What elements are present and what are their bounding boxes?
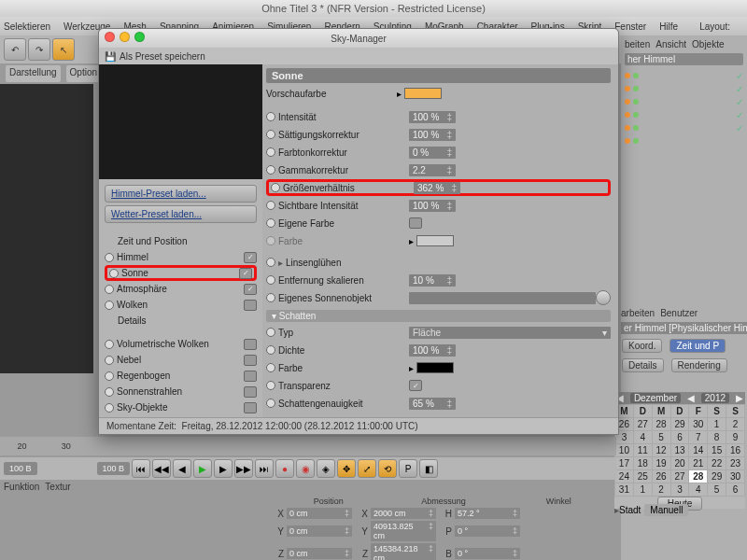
save-preset-icon[interactable]: 💾 (105, 51, 116, 62)
move-key-button[interactable]: ✥ (337, 459, 356, 478)
sun-color-swatch (416, 235, 454, 246)
preview-color-swatch[interactable] (404, 88, 442, 99)
next-year-button[interactable]: ▶ (736, 393, 743, 403)
sidebar-item-details[interactable]: Details (105, 313, 257, 329)
shadow-density-field[interactable]: 100 % (409, 344, 456, 357)
redo-button[interactable]: ↷ (28, 38, 50, 61)
step-back-button[interactable]: ◀◀ (152, 459, 171, 478)
sidebar-item-sunbeams[interactable]: Sonnenstrahlen (105, 384, 257, 399)
sidebar-item-fog[interactable]: Nebel (105, 352, 257, 368)
visible-intensity-field[interactable]: 100 % (409, 200, 456, 212)
intensity-field[interactable]: 100 % (409, 111, 456, 123)
end-frame-field[interactable]: 100 B (97, 462, 131, 475)
city-field[interactable]: Manuell (644, 504, 688, 516)
current-frame-field[interactable]: 100 B (4, 462, 37, 475)
hue-field[interactable]: 0 % (409, 147, 456, 159)
tab-darstellung[interactable]: Darstellung (6, 65, 61, 82)
tab[interactable]: Ansicht (655, 39, 686, 49)
menu-item[interactable]: Fenster (614, 21, 646, 32)
pick-object-button[interactable] (596, 290, 611, 305)
goto-end-button[interactable]: ⏭ (255, 459, 274, 478)
sidebar-item-rainbow[interactable]: Regenbogen (105, 368, 257, 384)
size-x[interactable]: 2000 cm (371, 508, 436, 519)
timeline[interactable]: 20 30 (0, 437, 616, 455)
obj-row[interactable]: ✓ (625, 121, 743, 134)
close-icon[interactable] (105, 32, 115, 42)
own-sun-object-field[interactable] (409, 292, 596, 304)
viewport[interactable] (0, 84, 93, 373)
shadow-header[interactable]: ▾ Schatten (266, 310, 611, 322)
step-fwd-button[interactable]: ▶▶ (234, 459, 253, 478)
distance-scale-field[interactable]: 10 % (409, 274, 456, 287)
dialog-properties: Sonne Vorschaufarbe▸ Intensität100 % Sät… (262, 64, 618, 417)
prev-year-button[interactable]: ◀ (687, 393, 695, 403)
size-y[interactable]: 40913.825 cm (371, 521, 436, 541)
tab[interactable]: arbeiten (621, 308, 655, 318)
month-select[interactable]: Dezember (630, 393, 681, 403)
sidebar-item-time[interactable]: Zeit und Position (105, 233, 257, 249)
pos-x[interactable]: 0 cm (287, 508, 352, 519)
autokey-button[interactable]: ◉ (296, 459, 315, 478)
tab-textur[interactable]: Textur (45, 482, 70, 492)
select-tool-button[interactable]: ↖ (52, 38, 75, 61)
tab-option[interactable]: Option (66, 65, 101, 82)
preview-color-row: Vorschaufarbe▸ (266, 85, 611, 102)
tab[interactable]: beiten (625, 39, 650, 49)
attr-tab[interactable]: Rendering (671, 358, 727, 372)
param-key-button[interactable]: P (399, 459, 417, 478)
save-preset-button[interactable]: Als Preset speichern (120, 51, 205, 62)
selected-preset[interactable]: her Himmel (625, 53, 743, 65)
menu-item[interactable]: Selektieren (4, 21, 50, 32)
shadow-accuracy-field[interactable]: 65 % (409, 398, 456, 410)
year-select[interactable]: 2012 (701, 393, 729, 403)
obj-row[interactable]: ✓ (625, 95, 743, 108)
obj-row[interactable]: ✓ (625, 69, 743, 82)
record-button[interactable]: ● (275, 459, 294, 478)
zoom-icon[interactable] (134, 32, 145, 42)
pla-button[interactable]: ◧ (419, 459, 438, 478)
keyframe-button[interactable]: ◈ (317, 459, 335, 478)
menu-item[interactable]: Hilfe (659, 21, 678, 32)
rotate-key-button[interactable]: ⟲ (378, 459, 397, 478)
obj-row[interactable]: ✓ (625, 82, 743, 95)
tab[interactable]: Objekte (692, 39, 724, 49)
load-sky-preset-button[interactable]: Himmel-Preset laden... (105, 185, 257, 203)
shadow-color-swatch[interactable] (416, 362, 454, 373)
pos-y[interactable]: 0 cm (287, 525, 352, 537)
saturation-field[interactable]: 100 % (409, 129, 456, 141)
sidebar-item-atmosphere[interactable]: Atmosphäre✓ (105, 281, 257, 297)
gamma-field[interactable]: 2.2 (409, 164, 456, 176)
rot-b[interactable]: 0 ° (455, 548, 520, 559)
scale-key-button[interactable]: ⤢ (358, 459, 376, 478)
attr-tab[interactable]: Details (622, 358, 664, 372)
load-weather-preset-button[interactable]: Wetter-Preset laden... (105, 205, 257, 223)
sidebar-item-clouds[interactable]: Wolken (105, 297, 257, 313)
sidebar-item-sky[interactable]: Himmel✓ (105, 249, 257, 265)
obj-row[interactable] (625, 134, 743, 147)
attr-tab[interactable]: Zeit und P (669, 339, 726, 353)
tab-funktion[interactable]: Funktion (4, 482, 39, 492)
rot-p[interactable]: 0 ° (455, 525, 520, 537)
calendar-grid[interactable]: MDMDFSS 262728293012 3456789 10111213141… (614, 404, 745, 497)
size-ratio-field[interactable]: 362 % (414, 182, 460, 194)
next-frame-button[interactable]: ▶ (214, 459, 233, 478)
own-color-checkbox[interactable] (409, 217, 422, 229)
obj-row[interactable]: ✓ (625, 108, 743, 121)
attr-title: er Himmel [Physikalischer Himmel] (621, 322, 747, 334)
size-z[interactable]: 145384.218 cm (371, 543, 436, 560)
attr-tab[interactable]: Koord. (622, 339, 662, 353)
prev-frame-button[interactable]: ◀ (173, 459, 191, 478)
undo-button[interactable]: ↶ (4, 38, 26, 61)
shadow-type-select[interactable]: Fläche▾ (409, 327, 611, 339)
sidebar-item-sun[interactable]: Sonne✓ (105, 265, 257, 281)
sidebar-item-skyobjects[interactable]: Sky-Objekte (105, 399, 257, 415)
minimize-icon[interactable] (120, 32, 130, 42)
rot-h[interactable]: 57.2 ° (455, 508, 520, 519)
shadow-transparency-checkbox[interactable]: ✓ (409, 380, 422, 391)
goto-start-button[interactable]: ⏮ (132, 459, 150, 478)
play-button[interactable]: ▶ (193, 459, 212, 478)
pos-z[interactable]: 0 cm (287, 548, 352, 559)
sidebar-item-volclouds[interactable]: Volumetrische Wolken (105, 336, 257, 352)
tab[interactable]: Benutzer (660, 308, 698, 318)
preview-thumbnail (99, 64, 262, 179)
